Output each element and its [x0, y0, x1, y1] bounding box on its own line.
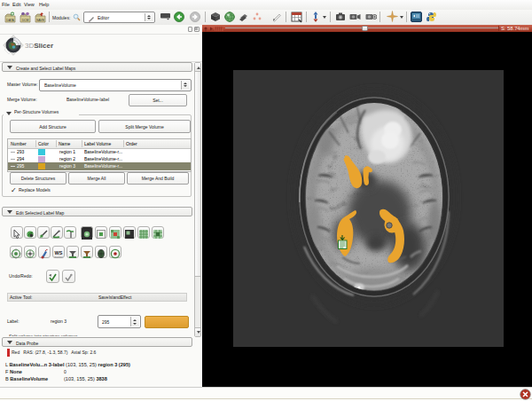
svg-text:DATA: DATA	[6, 19, 14, 22]
svg-text:DCM: DCM	[22, 19, 29, 22]
svg-text:SAVE: SAVE	[36, 19, 45, 22]
svg-text:marker: marker	[54, 256, 62, 259]
